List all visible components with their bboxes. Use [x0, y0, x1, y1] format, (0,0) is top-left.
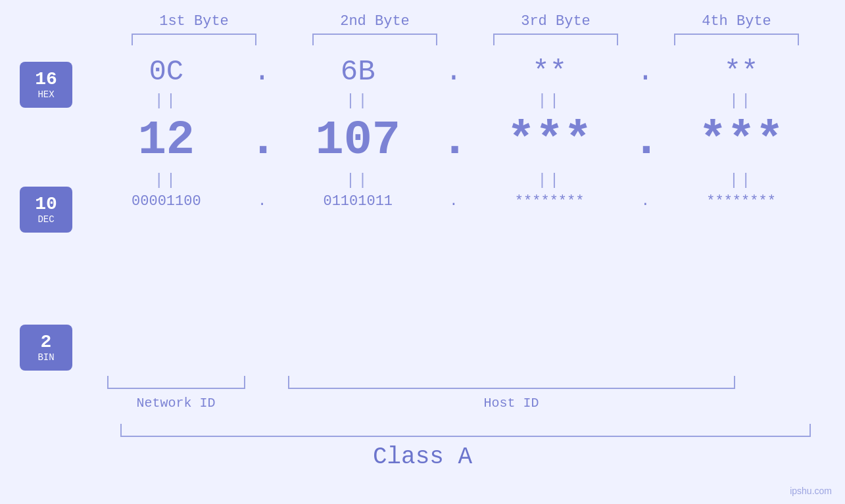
hex-badge-number: 16: [35, 70, 57, 90]
eq2-b3: ||: [484, 172, 616, 189]
dec-dot1: .: [249, 114, 276, 168]
bin-b3: ********: [484, 193, 616, 210]
top-brackets: [104, 34, 827, 45]
eq1-b4: ||: [675, 92, 807, 110]
hex-b1: 0C: [101, 55, 232, 88]
byte-header-1: 1st Byte: [122, 13, 266, 30]
top-bracket-1: [132, 34, 256, 45]
dec-b4: ***: [675, 114, 807, 168]
bin-b1: 00001100: [101, 193, 232, 210]
hex-badge-label: HEX: [37, 89, 54, 100]
bin-badge-label: BIN: [37, 352, 54, 363]
content-area: 16 HEX 10 DEC 2 BIN 0C . 6B . ** . **: [0, 55, 845, 371]
eq1-b2: ||: [292, 92, 423, 110]
network-id-label: Network ID: [107, 396, 245, 411]
eq1-b3: ||: [484, 92, 616, 110]
byte-header-4: 4th Byte: [664, 13, 809, 30]
eq-row-1: || || || ||: [92, 92, 815, 110]
data-area: 0C . 6B . ** . ** || || || || 12: [92, 55, 845, 210]
bin-badge: 2 BIN: [20, 325, 72, 371]
bottom-labels: Network ID Host ID: [104, 396, 827, 411]
hex-dot3: .: [632, 55, 658, 88]
byte-header-3: 3rd Byte: [483, 13, 628, 30]
main-container: 1st Byte 2nd Byte 3rd Byte 4th Byte 16 H…: [0, 0, 845, 504]
hex-b4: **: [675, 55, 807, 88]
host-bracket: [288, 376, 735, 389]
dec-dot2: .: [441, 114, 467, 168]
hex-dot2: .: [441, 55, 467, 88]
bin-b2: 01101011: [292, 193, 423, 210]
dec-b2: 107: [292, 114, 423, 168]
top-bracket-3: [493, 34, 618, 45]
byte-headers: 1st Byte 2nd Byte 3rd Byte 4th Byte: [104, 13, 827, 30]
dec-row: 12 . 107 . *** . ***: [92, 114, 815, 168]
dec-b1: 12: [101, 114, 232, 168]
network-bracket: [107, 376, 245, 389]
bin-dot3: .: [632, 193, 658, 210]
top-bracket-4: [674, 34, 799, 45]
host-id-label: Host ID: [288, 396, 735, 411]
bin-b4: ********: [675, 193, 807, 210]
hex-b3: **: [484, 55, 616, 88]
bin-dot1: .: [249, 193, 276, 210]
class-label: Class A: [373, 444, 472, 470]
bin-dot2: .: [441, 193, 467, 210]
hex-badge: 16 HEX: [20, 62, 72, 108]
dec-badge-label: DEC: [37, 214, 54, 225]
eq-row-2: || || || ||: [92, 172, 815, 189]
eq2-b1: ||: [101, 172, 232, 189]
hex-b2: 6B: [292, 55, 423, 88]
dec-badge: 10 DEC: [20, 187, 72, 233]
bottom-section: Network ID Host ID: [104, 376, 827, 411]
dec-b3: ***: [484, 114, 616, 168]
badge-column: 16 HEX 10 DEC 2 BIN: [0, 55, 92, 371]
bottom-brackets: [104, 376, 827, 396]
bin-badge-number: 2: [41, 332, 52, 353]
dec-badge-number: 10: [35, 195, 57, 215]
bin-row: 00001100 . 01101011 . ******** . *******…: [92, 193, 815, 210]
dec-dot3: .: [632, 114, 658, 168]
hex-row: 0C . 6B . ** . **: [92, 55, 815, 88]
eq1-b1: ||: [101, 92, 232, 110]
footer-text: ipshu.com: [790, 486, 832, 496]
byte-header-2: 2nd Byte: [302, 13, 447, 30]
hex-dot1: .: [249, 55, 276, 88]
eq2-b2: ||: [292, 172, 423, 189]
outer-bracket: [120, 424, 811, 437]
top-bracket-2: [312, 34, 437, 45]
eq2-b4: ||: [675, 172, 807, 189]
outer-bracket-row: [104, 424, 827, 437]
